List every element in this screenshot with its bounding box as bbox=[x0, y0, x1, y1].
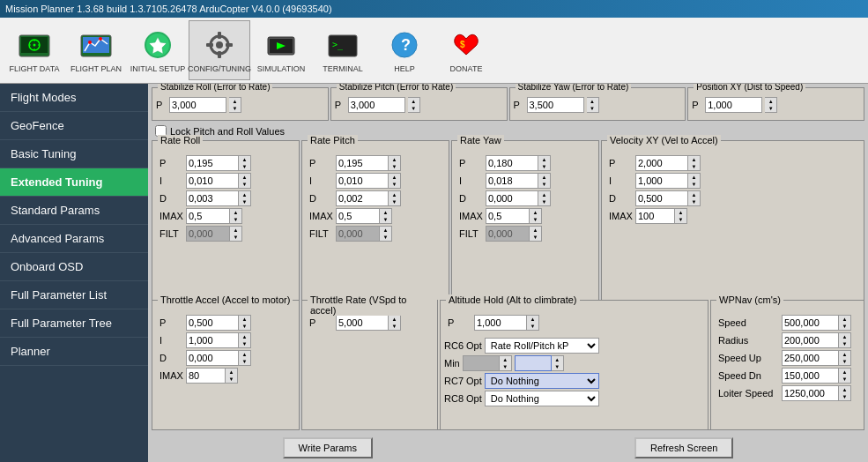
stab-pitch-p-input[interactable] bbox=[348, 97, 405, 113]
vel-xy-imax-spinner[interactable]: ▲ ▼ bbox=[675, 208, 687, 224]
rate-yaw-d-input[interactable] bbox=[486, 190, 538, 206]
sidebar-item-geofence[interactable]: GeoFence bbox=[0, 112, 148, 140]
pos-xy-p-up[interactable]: ▲ bbox=[765, 98, 776, 105]
rate-pitch-i-input[interactable] bbox=[336, 173, 389, 189]
rate-yaw-p-input[interactable] bbox=[486, 155, 538, 171]
wpnav-speeddn-spinner[interactable]: ▲ ▼ bbox=[839, 368, 851, 384]
sidebar-item-basic-tuning[interactable]: Basic Tuning bbox=[0, 140, 148, 168]
rate-pitch-imax-spinner[interactable]: ▲ ▼ bbox=[380, 208, 392, 224]
write-params-button[interactable]: Write Params bbox=[283, 437, 373, 458]
rate-pitch-i-spinner[interactable]: ▲ ▼ bbox=[389, 173, 401, 189]
thr-accel-d-spinner[interactable]: ▲ ▼ bbox=[239, 350, 251, 366]
rate-pitch-d-spinner[interactable]: ▲ ▼ bbox=[389, 190, 401, 206]
thr-accel-i-input[interactable] bbox=[186, 332, 239, 348]
rate-pitch-imax-input[interactable] bbox=[336, 208, 380, 224]
pos-xy-p-input[interactable] bbox=[705, 97, 762, 113]
rate-roll-p-spinner[interactable]: ▲ ▼ bbox=[239, 155, 251, 171]
vel-xy-p-spinner[interactable]: ▲ ▼ bbox=[688, 155, 701, 171]
rate-roll-filt-spinner[interactable]: ▲ ▼ bbox=[230, 226, 242, 242]
stab-roll-p-down[interactable]: ▼ bbox=[229, 105, 241, 112]
rc7-opt-select[interactable]: Do Nothing bbox=[485, 373, 599, 389]
pos-xy-p-spinner[interactable]: ▲ ▼ bbox=[765, 97, 777, 113]
sidebar-item-onboard-osd[interactable]: Onboard OSD bbox=[0, 253, 148, 281]
rate-pitch-filt-input[interactable] bbox=[336, 226, 380, 242]
rate-pitch-p-spinner[interactable]: ▲ ▼ bbox=[389, 155, 401, 171]
rate-yaw-d-spinner[interactable]: ▲ ▼ bbox=[538, 190, 551, 206]
stab-yaw-p-down[interactable]: ▼ bbox=[587, 105, 598, 112]
thr-accel-imax-spinner[interactable]: ▲ ▼ bbox=[226, 368, 238, 384]
wpnav-speedup-spinner[interactable]: ▲ ▼ bbox=[839, 350, 851, 366]
refresh-screen-button[interactable]: Refresh Screen bbox=[634, 437, 733, 458]
toolbar-flight-data[interactable]: FLIGHT DATA bbox=[4, 20, 65, 80]
stab-pitch-p-down[interactable]: ▼ bbox=[408, 105, 419, 112]
stab-roll-p-spinner[interactable]: ▲ ▼ bbox=[229, 97, 241, 113]
rate-roll-i-input[interactable] bbox=[186, 173, 239, 189]
thr-accel-p-spinner[interactable]: ▲ ▼ bbox=[239, 315, 251, 331]
pos-xy-p-down[interactable]: ▼ bbox=[765, 105, 776, 112]
rate-yaw-i-input[interactable] bbox=[486, 173, 538, 189]
toolbar-terminal[interactable]: >_ TERMINAL bbox=[312, 20, 374, 80]
rate-roll-d-input[interactable] bbox=[186, 190, 239, 206]
rate-roll-p-input[interactable] bbox=[186, 155, 239, 171]
max-input[interactable] bbox=[515, 355, 552, 371]
rate-pitch-d-input[interactable] bbox=[336, 190, 389, 206]
stab-pitch-p-up[interactable]: ▲ bbox=[408, 98, 419, 105]
rate-yaw-imax-spinner[interactable]: ▲ ▼ bbox=[530, 208, 542, 224]
thr-accel-imax-input[interactable] bbox=[186, 368, 226, 384]
toolbar-config-tuning[interactable]: CONFIG/TUNING bbox=[189, 20, 250, 80]
wpnav-speeddn-input[interactable] bbox=[782, 368, 839, 384]
alt-hold-p-input[interactable] bbox=[474, 315, 527, 331]
wpnav-radius-input[interactable] bbox=[782, 332, 839, 348]
wpnav-radius-spinner[interactable]: ▲ ▼ bbox=[839, 332, 851, 348]
thr-rate-p-spinner[interactable]: ▲ ▼ bbox=[389, 315, 401, 331]
vel-xy-imax-input[interactable] bbox=[635, 208, 675, 224]
rate-roll-d-spinner[interactable]: ▲ ▼ bbox=[239, 190, 251, 206]
toolbar-simulation[interactable]: SIMULATION bbox=[250, 20, 312, 80]
thr-accel-i-spinner[interactable]: ▲ ▼ bbox=[239, 332, 251, 348]
thr-accel-d-input[interactable] bbox=[186, 350, 239, 366]
rc8-opt-select[interactable]: Do Nothing bbox=[485, 391, 599, 406]
wpnav-speedup-input[interactable] bbox=[782, 350, 839, 366]
thr-rate-p-input[interactable] bbox=[336, 315, 389, 331]
rate-pitch-p-input[interactable] bbox=[336, 155, 389, 171]
rate-roll-filt-input[interactable] bbox=[186, 226, 230, 242]
toolbar-donate[interactable]: $ DONATE bbox=[435, 20, 497, 80]
vel-xy-i-input[interactable] bbox=[635, 173, 688, 189]
min-spinner[interactable]: ▲ ▼ bbox=[500, 355, 512, 371]
sidebar-item-standard-params[interactable]: Standard Params bbox=[0, 197, 148, 225]
stab-yaw-p-spinner[interactable]: ▲ ▼ bbox=[587, 97, 599, 113]
wpnav-loiter-input[interactable] bbox=[782, 385, 839, 401]
stab-pitch-p-spinner[interactable]: ▲ ▼ bbox=[408, 97, 420, 113]
vel-xy-d-input[interactable] bbox=[635, 190, 688, 206]
toolbar-flight-plan[interactable]: FLIGHT PLAN bbox=[65, 20, 127, 80]
sidebar-item-planner[interactable]: Planner bbox=[0, 338, 148, 366]
sidebar-item-advanced-params[interactable]: Advanced Params bbox=[0, 225, 148, 253]
rate-pitch-filt-spinner[interactable]: ▲ ▼ bbox=[380, 226, 392, 242]
rate-yaw-imax-input[interactable] bbox=[486, 208, 530, 224]
rate-roll-imax-spinner[interactable]: ▲ ▼ bbox=[230, 208, 242, 224]
rate-roll-imax-input[interactable] bbox=[186, 208, 230, 224]
thr-accel-p-input[interactable] bbox=[186, 315, 239, 331]
rate-yaw-filt-input[interactable] bbox=[486, 226, 530, 242]
max-spinner[interactable]: ▲ ▼ bbox=[552, 355, 564, 371]
vel-xy-d-spinner[interactable]: ▲ ▼ bbox=[688, 190, 701, 206]
alt-hold-p-spinner[interactable]: ▲ ▼ bbox=[527, 315, 539, 331]
rate-yaw-p-spinner[interactable]: ▲ ▼ bbox=[538, 155, 551, 171]
wpnav-speed-input[interactable] bbox=[782, 315, 839, 331]
sidebar-item-flight-modes[interactable]: Flight Modes bbox=[0, 84, 148, 112]
rate-yaw-filt-spinner[interactable]: ▲ ▼ bbox=[530, 226, 542, 242]
min-input[interactable] bbox=[463, 355, 500, 371]
sidebar-item-extended-tuning[interactable]: Extended Tuning bbox=[0, 168, 148, 197]
rate-roll-i-spinner[interactable]: ▲ ▼ bbox=[239, 173, 251, 189]
sidebar-item-full-parameter-tree[interactable]: Full Parameter Tree bbox=[0, 309, 148, 338]
rate-yaw-i-spinner[interactable]: ▲ ▼ bbox=[538, 173, 551, 189]
stab-yaw-p-up[interactable]: ▲ bbox=[587, 98, 598, 105]
wpnav-loiter-spinner[interactable]: ▲ ▼ bbox=[839, 385, 851, 401]
sidebar-item-full-parameter-list[interactable]: Full Parameter List bbox=[0, 281, 148, 309]
stab-roll-p-up[interactable]: ▲ bbox=[229, 98, 241, 105]
vel-xy-i-spinner[interactable]: ▲ ▼ bbox=[688, 173, 701, 189]
wpnav-speed-spinner[interactable]: ▲ ▼ bbox=[839, 315, 851, 331]
toolbar-help[interactable]: ? HELP bbox=[374, 20, 435, 80]
stab-roll-p-input[interactable] bbox=[169, 97, 226, 113]
toolbar-initial-setup[interactable]: INITIAL SETUP bbox=[127, 20, 189, 80]
